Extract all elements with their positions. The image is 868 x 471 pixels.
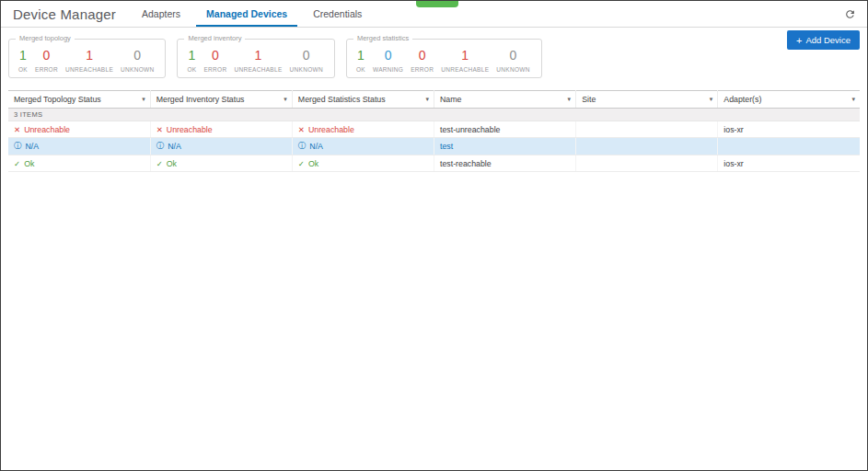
x-icon: ✕ <box>156 125 163 134</box>
add-device-label: Add Device <box>805 35 851 45</box>
items-count-row: 3 ITEMS <box>8 109 860 121</box>
stats: 1 OK 0 ERROR 1 UNREACHABLE 0 UNKNOWN <box>187 49 322 73</box>
main-content: + Add Device Merged topology 1 OK 0 ERRO… <box>1 28 867 172</box>
stat-ok: 1 OK <box>356 49 365 73</box>
stat-error: 0 ERROR <box>411 49 434 73</box>
stats: 1 OK 0 WARNING 0 ERROR 1 UNREACHABLE <box>356 49 530 73</box>
stat-error: 0 ERROR <box>203 49 226 73</box>
column-label: Merged Statistics Status <box>298 95 386 104</box>
stat-ok: 1 OK <box>187 49 196 73</box>
cell-statistics-status: ✕ Unreachable <box>292 121 434 138</box>
cell-inventory-status: ✕ Unreachable <box>150 121 292 138</box>
info-icon: ⓘ <box>156 141 165 152</box>
check-icon: ✓ <box>298 159 305 168</box>
column-header-merged-topology-status[interactable]: Merged Topology Status ▾ <box>8 91 150 109</box>
info-icon: ⓘ <box>298 141 307 152</box>
cell-adapters <box>718 138 860 155</box>
column-label: Merged Topology Status <box>14 95 101 104</box>
column-header-name[interactable]: Name ▾ <box>434 91 575 109</box>
card-title: Merged topology <box>16 34 75 42</box>
cell-statistics-status: ✓ Ok <box>292 155 434 172</box>
cell-inventory-status: ⓘ N/A <box>150 138 292 155</box>
device-manager-window: Device Manager Adapters Managed Devices … <box>0 0 868 471</box>
column-header-adapters[interactable]: Adapter(s) ▾ <box>718 91 860 109</box>
merged-inventory-card: Merged inventory 1 OK 0 ERROR 1 UNREACHA… <box>177 39 334 78</box>
status-label: Unreachable <box>308 125 354 134</box>
stat-ok: 1 OK <box>18 49 28 73</box>
tab-bar: Adapters Managed Devices Credentials <box>129 1 375 27</box>
page-title: Device Manager <box>13 6 116 22</box>
card-title: Merged inventory <box>184 34 245 42</box>
check-icon: ✓ <box>156 159 163 168</box>
status-label: N/A <box>26 142 40 151</box>
stat-error: 0 ERROR <box>35 49 58 73</box>
column-label: Adapter(s) <box>723 95 761 104</box>
cell-statistics-status: ⓘ N/A <box>292 138 434 155</box>
add-device-button[interactable]: + Add Device <box>787 30 860 50</box>
stat-unreachable: 1 UNREACHABLE <box>65 49 113 73</box>
cell-adapters: ios-xr <box>718 155 860 172</box>
cell-site <box>576 155 718 172</box>
chevron-down-icon[interactable]: ▾ <box>284 96 287 103</box>
info-icon: ⓘ <box>14 141 22 152</box>
cell-inventory-status: ✓ Ok <box>150 155 292 172</box>
chevron-down-icon[interactable]: ▾ <box>851 96 855 103</box>
chevron-down-icon[interactable]: ▾ <box>425 96 429 103</box>
cell-adapters: ios-xr <box>718 121 860 138</box>
stat-unknown: 0 UNKNOWN <box>496 49 529 73</box>
items-count-label: 3 ITEMS <box>8 109 860 121</box>
refresh-icon[interactable] <box>841 6 858 22</box>
column-header-merged-statistics-status[interactable]: Merged Statistics Status ▾ <box>292 91 434 109</box>
stat-unreachable: 1 UNREACHABLE <box>234 49 282 73</box>
stats: 1 OK 0 ERROR 1 UNREACHABLE 0 UNKNOWN <box>18 49 154 73</box>
column-header-merged-inventory-status[interactable]: Merged Inventory Status ▾ <box>150 91 292 109</box>
merged-topology-card: Merged topology 1 OK 0 ERROR 1 UNREACHAB… <box>8 39 166 78</box>
tab-credentials[interactable]: Credentials <box>300 1 375 27</box>
table-row[interactable]: ✕ Unreachable ✕ Unreachable ✕ Unre <box>8 121 860 138</box>
device-name[interactable]: test-reachable <box>434 155 575 172</box>
status-label: Ok <box>24 159 34 168</box>
tab-managed-devices[interactable]: Managed Devices <box>193 1 300 27</box>
success-toast <box>416 0 458 7</box>
column-label: Name <box>440 95 461 104</box>
managed-devices-table: Merged Topology Status ▾ Merged Inventor… <box>8 90 860 172</box>
table-header-row: Merged Topology Status ▾ Merged Inventor… <box>8 91 860 109</box>
cell-topology-status: ✕ Unreachable <box>8 121 150 138</box>
status-label: Unreachable <box>167 125 213 134</box>
chevron-down-icon[interactable]: ▾ <box>142 96 145 103</box>
stat-unknown: 0 UNKNOWN <box>121 49 154 73</box>
chevron-down-icon[interactable]: ▾ <box>710 96 713 103</box>
status-label: N/A <box>309 142 323 151</box>
check-icon: ✓ <box>14 159 20 168</box>
plus-icon: + <box>796 37 802 44</box>
status-label: N/A <box>168 142 181 151</box>
x-icon: ✕ <box>14 125 20 134</box>
column-label: Merged Inventory Status <box>156 95 245 104</box>
merged-statistics-card: Merged statistics 1 OK 0 WARNING 0 ERROR <box>346 39 542 78</box>
cell-topology-status: ✓ Ok <box>8 155 150 172</box>
device-name[interactable]: test <box>434 138 575 155</box>
table-row[interactable]: ✓ Ok ✓ Ok ✓ Ok <box>8 155 860 172</box>
column-header-site[interactable]: Site ▾ <box>576 91 718 109</box>
cell-site <box>576 121 718 138</box>
chevron-down-icon[interactable]: ▾ <box>568 96 572 103</box>
tab-adapters[interactable]: Adapters <box>129 1 193 27</box>
device-name[interactable]: test-unreachable <box>434 121 575 138</box>
table-row[interactable]: ⓘ N/A ⓘ N/A ⓘ N/A <box>8 138 860 155</box>
status-cards-row: Merged topology 1 OK 0 ERROR 1 UNREACHAB… <box>8 39 860 78</box>
card-title: Merged statistics <box>353 34 412 42</box>
x-icon: ✕ <box>298 125 305 134</box>
status-label: Unreachable <box>24 125 70 134</box>
cell-site <box>576 138 718 155</box>
status-label: Ok <box>308 159 318 168</box>
stat-unknown: 0 UNKNOWN <box>290 49 323 73</box>
stat-unreachable: 1 UNREACHABLE <box>441 49 489 73</box>
status-label: Ok <box>167 159 177 168</box>
cell-topology-status: ⓘ N/A <box>8 138 150 155</box>
stat-warning: 0 WARNING <box>373 49 403 73</box>
column-label: Site <box>582 95 596 104</box>
